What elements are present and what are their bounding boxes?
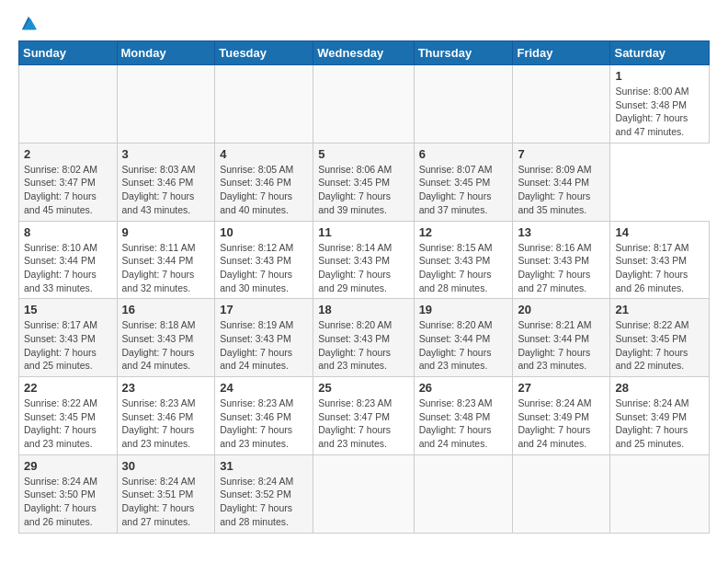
day-number: 14 [615,225,704,239]
calendar-week-row: 2Sunrise: 8:02 AMSunset: 3:47 PMDaylight… [19,143,710,221]
day-info: Sunrise: 8:16 AMSunset: 3:43 PMDaylight:… [518,241,605,295]
calendar-header-row: SundayMondayTuesdayWednesdayThursdayFrid… [19,41,710,65]
header [18,15,710,31]
calendar-header-tuesday: Tuesday [215,41,313,65]
day-info: Sunrise: 8:22 AMSunset: 3:45 PMDaylight:… [24,396,112,451]
calendar-cell [215,65,313,144]
calendar-cell: 10Sunrise: 8:12 AMSunset: 3:43 PMDayligh… [215,221,313,299]
day-number: 13 [518,225,605,239]
day-number: 22 [24,381,112,395]
day-number: 25 [318,381,408,395]
day-info: Sunrise: 8:20 AMSunset: 3:43 PMDaylight:… [318,318,408,373]
day-info: Sunrise: 8:21 AMSunset: 3:44 PMDaylight:… [518,318,605,373]
day-info: Sunrise: 8:11 AMSunset: 3:44 PMDaylight:… [122,241,210,295]
day-info: Sunrise: 8:03 AMSunset: 3:46 PMDaylight:… [122,163,210,217]
day-number: 12 [419,225,508,239]
calendar-cell: 14Sunrise: 8:17 AMSunset: 3:43 PMDayligh… [610,221,710,299]
day-number: 4 [220,147,308,161]
day-info: Sunrise: 8:10 AMSunset: 3:44 PMDaylight:… [24,241,112,295]
calendar-cell: 21Sunrise: 8:22 AMSunset: 3:45 PMDayligh… [610,299,710,377]
calendar-cell: 29Sunrise: 8:24 AMSunset: 3:50 PMDayligh… [19,454,118,533]
day-number: 18 [318,303,408,316]
calendar-cell: 17Sunrise: 8:19 AMSunset: 3:43 PMDayligh… [215,299,313,377]
page: SundayMondayTuesdayWednesdayThursdayFrid… [0,0,728,545]
calendar-cell: 24Sunrise: 8:23 AMSunset: 3:46 PMDayligh… [215,377,313,455]
calendar-week-row: 8Sunrise: 8:10 AMSunset: 3:44 PMDaylight… [19,221,710,299]
day-info: Sunrise: 8:17 AMSunset: 3:43 PMDaylight:… [24,318,112,373]
calendar-cell: 25Sunrise: 8:23 AMSunset: 3:47 PMDayligh… [313,377,414,455]
calendar-cell: 7Sunrise: 8:09 AMSunset: 3:44 PMDaylight… [513,143,610,221]
day-info: Sunrise: 8:15 AMSunset: 3:43 PMDaylight:… [419,241,508,295]
day-number: 30 [122,459,210,473]
day-info: Sunrise: 8:23 AMSunset: 3:46 PMDaylight:… [122,396,210,451]
calendar-cell: 8Sunrise: 8:10 AMSunset: 3:44 PMDaylight… [19,221,118,299]
logo-icon [20,15,37,31]
day-info: Sunrise: 8:24 AMSunset: 3:50 PMDaylight:… [24,475,112,529]
calendar-cell: 16Sunrise: 8:18 AMSunset: 3:43 PMDayligh… [117,299,215,377]
calendar-cell: 2Sunrise: 8:02 AMSunset: 3:47 PMDaylight… [19,143,118,221]
day-number: 29 [24,459,112,473]
calendar-cell: 9Sunrise: 8:11 AMSunset: 3:44 PMDaylight… [117,221,215,299]
logo [18,15,37,31]
day-info: Sunrise: 8:24 AMSunset: 3:49 PMDaylight:… [615,396,704,451]
calendar-week-row: 1Sunrise: 8:00 AMSunset: 3:48 PMDaylight… [19,65,710,144]
day-number: 10 [220,225,308,239]
calendar-header-saturday: Saturday [610,41,710,65]
day-info: Sunrise: 8:20 AMSunset: 3:44 PMDaylight:… [419,318,508,373]
day-info: Sunrise: 8:23 AMSunset: 3:48 PMDaylight:… [419,396,508,451]
day-number: 3 [122,147,210,161]
day-info: Sunrise: 8:12 AMSunset: 3:43 PMDaylight:… [220,241,308,295]
day-info: Sunrise: 8:17 AMSunset: 3:43 PMDaylight:… [615,241,704,295]
calendar-cell [313,65,414,144]
calendar-week-row: 15Sunrise: 8:17 AMSunset: 3:43 PMDayligh… [19,299,710,377]
calendar-cell: 13Sunrise: 8:16 AMSunset: 3:43 PMDayligh… [513,221,610,299]
calendar-header-monday: Monday [117,41,215,65]
calendar-cell: 4Sunrise: 8:05 AMSunset: 3:46 PMDaylight… [215,143,313,221]
day-info: Sunrise: 8:07 AMSunset: 3:45 PMDaylight:… [419,163,508,217]
calendar-cell [610,454,710,533]
day-number: 11 [318,225,408,239]
day-info: Sunrise: 8:24 AMSunset: 3:52 PMDaylight:… [220,475,308,529]
calendar-cell: 23Sunrise: 8:23 AMSunset: 3:46 PMDayligh… [117,377,215,455]
calendar-cell: 18Sunrise: 8:20 AMSunset: 3:43 PMDayligh… [313,299,414,377]
calendar-week-row: 29Sunrise: 8:24 AMSunset: 3:50 PMDayligh… [19,454,710,533]
calendar-cell: 30Sunrise: 8:24 AMSunset: 3:51 PMDayligh… [117,454,215,533]
calendar-header-sunday: Sunday [19,41,118,65]
day-number: 6 [419,147,508,161]
calendar-week-row: 22Sunrise: 8:22 AMSunset: 3:45 PMDayligh… [19,377,710,455]
calendar-cell: 6Sunrise: 8:07 AMSunset: 3:45 PMDaylight… [414,143,513,221]
calendar-header-thursday: Thursday [414,41,513,65]
day-info: Sunrise: 8:05 AMSunset: 3:46 PMDaylight:… [220,163,308,217]
calendar-cell: 11Sunrise: 8:14 AMSunset: 3:43 PMDayligh… [313,221,414,299]
calendar-cell: 1Sunrise: 8:00 AMSunset: 3:48 PMDaylight… [610,65,710,144]
day-number: 1 [615,69,704,83]
day-info: Sunrise: 8:22 AMSunset: 3:45 PMDaylight:… [615,318,704,373]
calendar-cell: 28Sunrise: 8:24 AMSunset: 3:49 PMDayligh… [610,377,710,455]
calendar-cell: 12Sunrise: 8:15 AMSunset: 3:43 PMDayligh… [414,221,513,299]
day-info: Sunrise: 8:00 AMSunset: 3:48 PMDaylight:… [615,85,704,139]
calendar-cell [414,454,513,533]
day-info: Sunrise: 8:24 AMSunset: 3:51 PMDaylight:… [122,475,210,529]
day-number: 16 [122,303,210,316]
day-info: Sunrise: 8:02 AMSunset: 3:47 PMDaylight:… [24,163,112,217]
day-number: 19 [419,303,508,316]
calendar-cell [513,454,610,533]
calendar-table: SundayMondayTuesdayWednesdayThursdayFrid… [18,40,710,534]
calendar-cell: 3Sunrise: 8:03 AMSunset: 3:46 PMDaylight… [117,143,215,221]
day-number: 26 [419,381,508,395]
calendar-cell [19,65,118,144]
day-info: Sunrise: 8:06 AMSunset: 3:45 PMDaylight:… [318,163,408,217]
day-info: Sunrise: 8:09 AMSunset: 3:44 PMDaylight:… [518,163,605,217]
day-number: 24 [220,381,308,395]
day-number: 2 [24,147,112,161]
day-number: 5 [318,147,408,161]
calendar-cell [117,65,215,144]
day-number: 27 [518,381,605,395]
day-info: Sunrise: 8:18 AMSunset: 3:43 PMDaylight:… [122,318,210,373]
day-info: Sunrise: 8:23 AMSunset: 3:46 PMDaylight:… [220,396,308,451]
day-info: Sunrise: 8:23 AMSunset: 3:47 PMDaylight:… [318,396,408,451]
calendar-cell [513,65,610,144]
day-info: Sunrise: 8:24 AMSunset: 3:49 PMDaylight:… [518,396,605,451]
calendar-header-wednesday: Wednesday [313,41,414,65]
calendar-cell: 20Sunrise: 8:21 AMSunset: 3:44 PMDayligh… [513,299,610,377]
